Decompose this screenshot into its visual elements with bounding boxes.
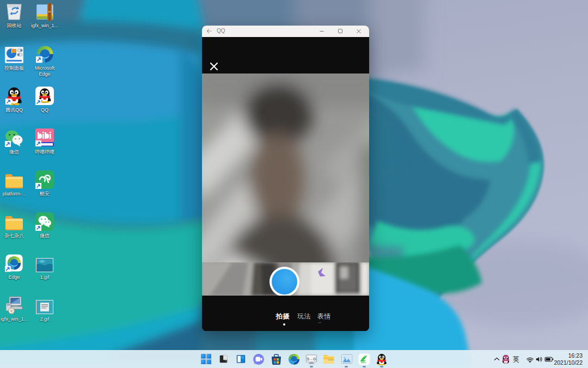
svg-text:S→G: S→G xyxy=(307,357,316,360)
